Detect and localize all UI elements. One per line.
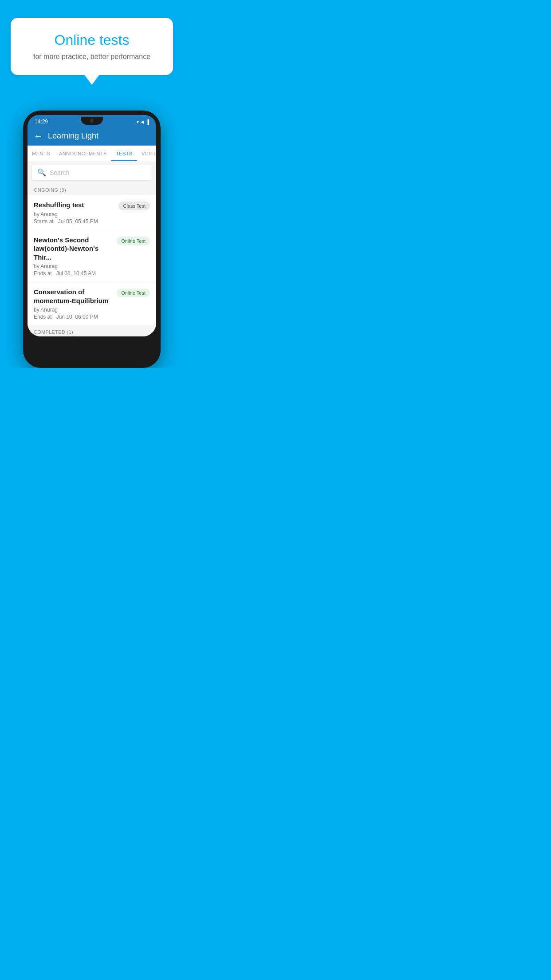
back-button[interactable]: ← <box>34 131 43 141</box>
tab-ments[interactable]: MENTS <box>28 146 55 161</box>
speech-bubble: Online tests for more practice, better p… <box>11 18 173 75</box>
bubble-title: Online tests <box>23 32 161 48</box>
search-bar[interactable]: 🔍 Search <box>32 165 152 180</box>
test-badge-3: Online Test <box>117 288 150 297</box>
battery-icon: ▐ <box>146 119 149 124</box>
search-icon: 🔍 <box>37 168 46 177</box>
wifi-icon: ▾ <box>137 119 139 124</box>
tabs-bar: MENTS ANNOUNCEMENTS TESTS VIDEOS <box>28 146 156 161</box>
completed-section-label: COMPLETED (1) <box>28 326 156 336</box>
tab-tests[interactable]: TESTS <box>111 146 137 161</box>
test-time-2: Ends at Jul 06, 10:45 AM <box>34 270 112 277</box>
test-time-3: Ends at Jun 10, 06:00 PM <box>34 314 112 320</box>
test-title-1: Reshuffling test <box>34 201 114 209</box>
test-title-2: Newton's Second law(contd)-Newton's Thir… <box>34 236 112 262</box>
app-title: Learning Light <box>48 131 98 141</box>
phone-mockup: 14:29 ▾ ◀ ▐ ← Learning Light MENTS ANNOU… <box>23 111 161 368</box>
hero-section: Online tests for more practice, better p… <box>0 0 184 88</box>
phone-screen: MENTS ANNOUNCEMENTS TESTS VIDEOS 🔍 Searc… <box>28 146 156 336</box>
camera <box>90 119 94 122</box>
status-icons: ▾ ◀ ▐ <box>137 119 149 124</box>
test-item-3[interactable]: Conservation of momentum-Equilibrium by … <box>28 282 156 326</box>
ongoing-section-label: ONGOING (3) <box>28 184 156 195</box>
status-time: 14:29 <box>35 119 48 125</box>
test-badge-2: Online Test <box>117 237 150 245</box>
test-item-1[interactable]: Reshuffling test by Anurag Starts at Jul… <box>28 195 156 230</box>
test-author-1: by Anurag <box>34 211 114 217</box>
search-placeholder: Search <box>50 169 69 176</box>
test-author-3: by Anurag <box>34 307 112 313</box>
test-info-2: Newton's Second law(contd)-Newton's Thir… <box>34 236 112 277</box>
test-item-2[interactable]: Newton's Second law(contd)-Newton's Thir… <box>28 230 156 283</box>
test-badge-1: Class Test <box>118 202 150 210</box>
test-time-1: Starts at Jul 05, 05:45 PM <box>34 218 114 225</box>
test-author-2: by Anurag <box>34 263 112 269</box>
tab-videos[interactable]: VIDEOS <box>137 146 156 161</box>
test-list: Reshuffling test by Anurag Starts at Jul… <box>28 195 156 326</box>
signal-icon: ◀ <box>141 119 144 124</box>
phone-wrapper: 14:29 ▾ ◀ ▐ ← Learning Light MENTS ANNOU… <box>0 111 184 368</box>
test-info-3: Conservation of momentum-Equilibrium by … <box>34 288 112 320</box>
bubble-subtitle: for more practice, better performance <box>23 53 161 61</box>
test-title-3: Conservation of momentum-Equilibrium <box>34 288 112 305</box>
test-info-1: Reshuffling test by Anurag Starts at Jul… <box>34 201 114 225</box>
phone-notch <box>81 117 103 125</box>
status-bar: 14:29 ▾ ◀ ▐ <box>28 115 156 126</box>
app-header: ← Learning Light <box>28 126 156 146</box>
tab-announcements[interactable]: ANNOUNCEMENTS <box>55 146 111 161</box>
